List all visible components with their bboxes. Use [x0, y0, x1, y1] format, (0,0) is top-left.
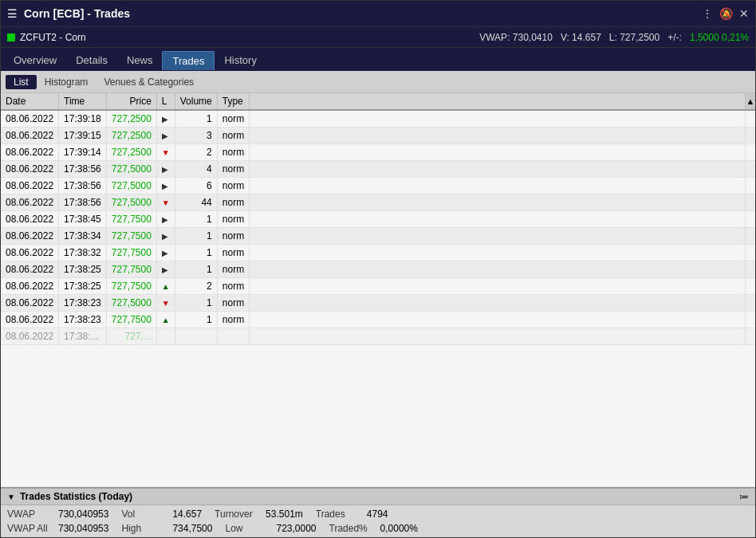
cell-volume: 4: [175, 161, 217, 178]
table-row: 08.06.2022 17:38:56 727,5000 ▶ 6 norm: [1, 178, 755, 194]
cell-scroll: [746, 278, 756, 295]
cell-date: 08.06.2022: [1, 312, 59, 328]
cell-type: norm: [217, 295, 249, 312]
tab-news[interactable]: News: [117, 51, 163, 69]
stat-value: 14.657: [172, 509, 202, 520]
cell-type: norm: [217, 194, 249, 211]
cell-date: 08.06.2022: [1, 211, 59, 228]
cell-volume: 3: [175, 128, 217, 144]
change-label: +/-:: [667, 32, 682, 43]
cell-date: 08.06.2022: [1, 261, 59, 278]
cell-extra: [250, 278, 746, 295]
cell-scroll: [746, 328, 756, 345]
cell-date: 08.06.2022: [1, 144, 59, 161]
stat-label: Traded%: [329, 523, 377, 534]
cell-time: 17:39:15: [59, 128, 107, 144]
stats-row-0: VWAP730,040953Vol14.657Turnover53.501mTr…: [1, 507, 755, 521]
stat-value: 730,040953: [58, 509, 108, 520]
cell-date: 08.06.2022: [1, 295, 59, 312]
stat-value: 53.501m: [266, 509, 303, 520]
cell-indicator: ▲: [156, 312, 175, 328]
cell-scroll: [746, 211, 756, 228]
cell-volume: 1: [175, 245, 217, 261]
tab-history[interactable]: History: [215, 51, 266, 69]
stat-item: VWAP All730,040953: [7, 523, 108, 534]
cell-date: 08.06.2022: [1, 194, 59, 211]
table-row: 08.06.2022 17:38:56 727,5000 ▶ 4 norm: [1, 161, 755, 178]
title-bar: ☰ Corn [ECB] - Trades ⋮ 🔕 ✕: [1, 1, 755, 26]
cell-extra: [250, 328, 746, 345]
subtab-list[interactable]: List: [6, 75, 37, 89]
cell-scroll: [746, 128, 756, 144]
cell-date: 08.06.2022: [1, 178, 59, 194]
window-title: Corn [ECB] - Trades: [24, 7, 702, 20]
cell-scroll: [746, 110, 756, 128]
table-row: 08.06.2022 17:38:23 727,5000 ▼ 1 norm: [1, 295, 755, 312]
col-header-scroll: ▲: [746, 93, 756, 110]
cell-volume: 1: [175, 261, 217, 278]
stat-label: Vol: [121, 509, 169, 520]
cell-price: 727,5000: [106, 194, 156, 211]
cell-time: 17:38:25: [59, 261, 107, 278]
cell-time: 17:38:56: [59, 178, 107, 194]
cell-date: 08.06.2022: [1, 128, 59, 144]
table-row: 08.06.2022 17:38:25 727,7500 ▲ 2 norm: [1, 278, 755, 295]
stats-header[interactable]: ▼ Trades Statistics (Today) ≔: [1, 489, 755, 505]
tab-overview[interactable]: Overview: [4, 51, 66, 69]
cell-time: 17:38:32: [59, 245, 107, 261]
table-row: 08.06.2022 17:38:23 727,7500 ▲ 1 norm: [1, 312, 755, 328]
trades-table: Date Time Price L Volume Type ▲ 08.06.20…: [1, 93, 755, 345]
cell-time: 17:38:34: [59, 228, 107, 245]
tab-details[interactable]: Details: [66, 51, 117, 69]
cell-volume: [175, 328, 217, 345]
cell-date: 08.06.2022: [1, 328, 59, 345]
table-row: 08.06.2022 17:38:32 727,7500 ▶ 1 norm: [1, 245, 755, 261]
cell-indicator: ▲: [156, 278, 175, 295]
menu-icon[interactable]: ☰: [7, 7, 18, 20]
subtab-histogram[interactable]: Histogram: [37, 75, 96, 89]
cell-time: 17:38:25: [59, 278, 107, 295]
cell-indicator: ▶: [156, 178, 175, 194]
cell-time: 17:39:18: [59, 110, 107, 128]
cell-price: 727,5000: [106, 161, 156, 178]
stats-list-icon[interactable]: ≔: [739, 491, 749, 502]
cell-price: 727,...: [106, 328, 156, 345]
cell-price: 727,7500: [106, 245, 156, 261]
stat-label: Turnover: [215, 509, 262, 520]
cell-volume: 1: [175, 110, 217, 128]
cell-date: 08.06.2022: [1, 228, 59, 245]
stat-label: VWAP: [7, 509, 55, 520]
cell-price: 727,5000: [106, 178, 156, 194]
stats-toggle-icon: ▼: [7, 493, 15, 501]
cell-extra: [250, 228, 746, 245]
col-header-type: Type: [217, 93, 249, 110]
subtab-venues[interactable]: Venues & Categories: [96, 75, 202, 89]
cell-scroll: [746, 295, 756, 312]
cell-type: norm: [217, 228, 249, 245]
cell-scroll: [746, 245, 756, 261]
stat-value: 0,0000%: [380, 523, 418, 534]
stats-row-1: VWAP All730,040953High734,7500Low723,000…: [1, 521, 755, 536]
trades-table-container[interactable]: Date Time Price L Volume Type ▲ 08.06.20…: [1, 93, 755, 487]
cell-date: 08.06.2022: [1, 278, 59, 295]
cell-price: 727,7500: [106, 278, 156, 295]
cell-extra: [250, 110, 746, 128]
more-options-icon[interactable]: ⋮: [702, 7, 713, 20]
cell-date: 08.06.2022: [1, 245, 59, 261]
cell-volume: 1: [175, 211, 217, 228]
sub-tabs: List Histogram Venues & Categories: [1, 71, 755, 93]
cell-type: norm: [217, 161, 249, 178]
stat-item: Vol14.657: [121, 509, 202, 520]
cell-volume: 6: [175, 178, 217, 194]
symbol-name: ZCFUT2 - Corn: [7, 32, 86, 43]
mute-icon[interactable]: 🔕: [719, 7, 733, 20]
col-header-price: Price: [106, 93, 156, 110]
cell-type: norm: [217, 278, 249, 295]
table-row: 08.06.2022 17:38:45 727,7500 ▶ 1 norm: [1, 211, 755, 228]
table-header-row: Date Time Price L Volume Type ▲: [1, 93, 755, 110]
close-icon[interactable]: ✕: [739, 7, 749, 20]
col-header-extra: [250, 93, 746, 110]
tab-trades[interactable]: Trades: [162, 51, 215, 70]
table-row-partial: 08.06.2022 17:38:... 727,...: [1, 328, 755, 345]
cell-extra: [250, 211, 746, 228]
